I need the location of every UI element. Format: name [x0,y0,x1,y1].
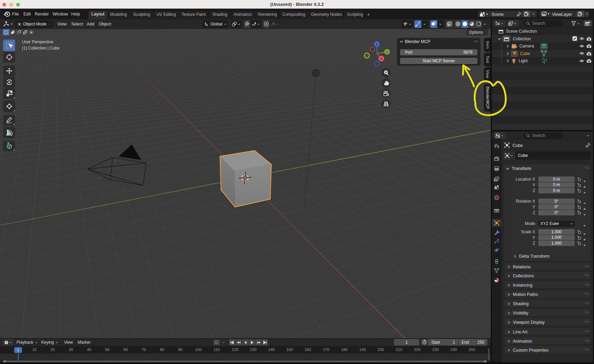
svg-text:Z: Z [376,42,378,46]
svg-text:Y: Y [386,50,388,54]
svg-text:X: X [380,57,383,61]
